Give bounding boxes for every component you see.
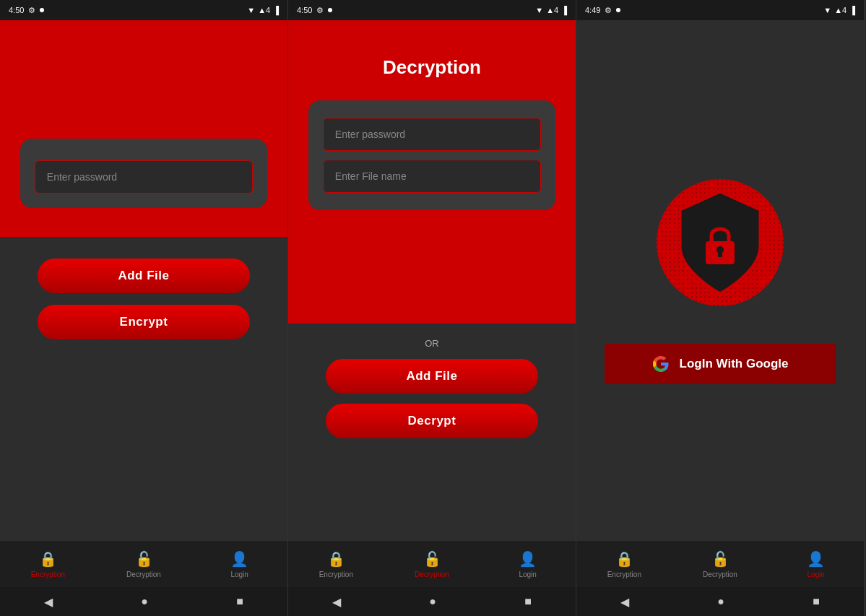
nav-label-encryption-3: Encryption <box>607 571 641 578</box>
google-btn-label: LogIn With Google <box>680 357 789 371</box>
nav-decryption-2[interactable]: 🔓 Decryption <box>384 550 480 578</box>
signal-icon-3: ▲4 <box>834 6 846 14</box>
wifi-icon-1: ▼ <box>247 6 255 14</box>
phone-encryption: 4:50 ⚙ ▼ ▲4 ▐ Encryption Add File Encryp… <box>0 0 288 616</box>
shield-logo <box>655 178 785 308</box>
battery-icon-1: ▐ <box>273 6 279 14</box>
dot-icon-3 <box>616 8 620 12</box>
password-input-1[interactable] <box>35 160 253 194</box>
back-button-1[interactable]: ◀ <box>44 595 53 609</box>
status-bar-1: 4:50 ⚙ ▼ ▲4 ▐ <box>0 0 287 20</box>
lock-closed-icon-3: 🔒 <box>615 550 633 568</box>
status-left-2: 4:50 ⚙ <box>297 6 332 15</box>
screen-decryption: Decryption OR Add File Decrypt <box>288 20 576 541</box>
nav-label-login-2: Login <box>519 571 536 578</box>
decrypt-button[interactable]: Decrypt <box>326 404 539 438</box>
nav-label-decryption-3: Decryption <box>703 571 737 578</box>
nav-label-encryption-1: Encryption <box>31 571 65 578</box>
dot-icon-2 <box>328 8 332 12</box>
lock-closed-icon-1: 🔒 <box>39 550 57 568</box>
home-button-2[interactable]: ● <box>429 595 436 608</box>
bottom-nav-2: 🔒 Encryption 🔓 Decryption 👤 Login <box>288 541 576 587</box>
battery-icon-3: ▐ <box>849 6 855 14</box>
back-button-3[interactable]: ◀ <box>620 595 629 609</box>
signal-icon-2: ▲4 <box>546 6 558 14</box>
status-left-3: 4:49 ⚙ <box>585 6 620 15</box>
status-bar-2: 4:50 ⚙ ▼ ▲4 ▐ <box>288 0 576 20</box>
svg-rect-4 <box>718 250 722 257</box>
nav-bar-1: ◀ ● ■ <box>0 587 287 616</box>
nav-bar-2: ◀ ● ■ <box>288 587 576 616</box>
nav-encryption-3[interactable]: 🔒 Encryption <box>576 550 672 578</box>
nav-login-2[interactable]: 👤 Login <box>480 550 576 578</box>
home-button-3[interactable]: ● <box>717 595 724 608</box>
nav-bar-3: ◀ ● ■ <box>576 587 864 616</box>
time-1: 4:50 <box>9 6 24 14</box>
screen-title-2: Decryption <box>383 56 481 79</box>
recent-button-1[interactable]: ■ <box>236 595 243 608</box>
gear-icon-2: ⚙ <box>316 6 324 15</box>
encrypt-button[interactable]: Encrypt <box>38 305 251 339</box>
status-right-1: ▼ ▲4 ▐ <box>247 6 279 14</box>
battery-icon-2: ▐ <box>561 6 567 14</box>
status-bar-3: 4:49 ⚙ ▼ ▲4 ▐ <box>576 0 864 20</box>
nav-decryption-3[interactable]: 🔓 Decryption <box>672 550 768 578</box>
nav-label-login-3: Login <box>807 571 824 578</box>
card-1 <box>20 139 267 208</box>
add-file-button-1[interactable]: Add File <box>38 259 251 293</box>
gear-icon-3: ⚙ <box>605 6 612 15</box>
nav-login-3[interactable]: 👤 Login <box>768 550 864 578</box>
card-2 <box>308 100 555 210</box>
recent-button-3[interactable]: ■ <box>813 595 820 608</box>
or-text: OR <box>425 338 439 349</box>
home-button-1[interactable]: ● <box>141 595 148 608</box>
phone-container: 4:50 ⚙ ▼ ▲4 ▐ Encryption Add File Encryp… <box>0 0 866 616</box>
filename-input[interactable] <box>323 160 541 193</box>
nav-encryption-1[interactable]: 🔒 Encryption <box>0 550 96 578</box>
add-file-button-2[interactable]: Add File <box>326 359 539 394</box>
lock-open-icon-3: 🔓 <box>711 550 729 568</box>
bottom-dark-2: OR Add File Decrypt <box>288 324 576 541</box>
recent-button-2[interactable]: ■ <box>524 595 532 608</box>
time-3: 4:49 <box>585 6 600 14</box>
login-content: LogIn With Google <box>576 20 864 541</box>
bottom-nav-3: 🔒 Encryption 🔓 Decryption 👤 Login <box>576 541 864 587</box>
password-input-2[interactable] <box>323 118 541 151</box>
user-icon-1: 👤 <box>230 550 248 568</box>
status-right-3: ▼ ▲4 ▐ <box>823 6 855 14</box>
dot-icon-1 <box>40 8 44 12</box>
nav-login-1[interactable]: 👤 Login <box>191 550 287 578</box>
back-button-2[interactable]: ◀ <box>332 595 341 609</box>
bottom-dark-1: Add File Encrypt <box>0 237 287 541</box>
nav-encryption-2[interactable]: 🔒 Encryption <box>288 550 384 578</box>
nav-label-decryption-2: Decryption <box>415 571 449 578</box>
google-logo-icon <box>652 355 670 373</box>
nav-label-login-1: Login <box>230 571 248 578</box>
lock-closed-icon-2: 🔒 <box>327 550 345 568</box>
signal-icon-1: ▲4 <box>258 6 270 14</box>
lock-open-icon-2: 🔓 <box>423 550 441 568</box>
wifi-icon-2: ▼ <box>535 6 543 14</box>
time-2: 4:50 <box>297 6 312 14</box>
user-icon-2: 👤 <box>519 550 537 568</box>
nav-label-encryption-2: Encryption <box>319 571 353 578</box>
user-icon-3: 👤 <box>807 550 825 568</box>
phone-decryption: 4:50 ⚙ ▼ ▲4 ▐ Decryption OR Add File <box>288 0 576 616</box>
top-red-2: Decryption <box>288 20 576 324</box>
status-right-2: ▼ ▲4 ▐ <box>535 6 567 14</box>
wifi-icon-3: ▼ <box>823 6 831 14</box>
status-left-1: 4:50 ⚙ <box>9 6 44 15</box>
nav-decryption-1[interactable]: 🔓 Decryption <box>96 550 192 578</box>
lock-open-icon-1: 🔓 <box>135 550 153 568</box>
nav-label-decryption-1: Decryption <box>126 571 161 578</box>
phone-login: 4:49 ⚙ ▼ ▲4 ▐ <box>576 0 865 616</box>
bottom-nav-1: 🔒 Encryption 🔓 Decryption 👤 Login <box>0 541 287 587</box>
top-red-1: Encryption <box>0 20 287 237</box>
screen-encryption: Encryption Add File Encrypt <box>0 20 287 541</box>
google-login-button[interactable]: LogIn With Google <box>605 344 836 384</box>
gear-icon-1: ⚙ <box>28 6 35 15</box>
